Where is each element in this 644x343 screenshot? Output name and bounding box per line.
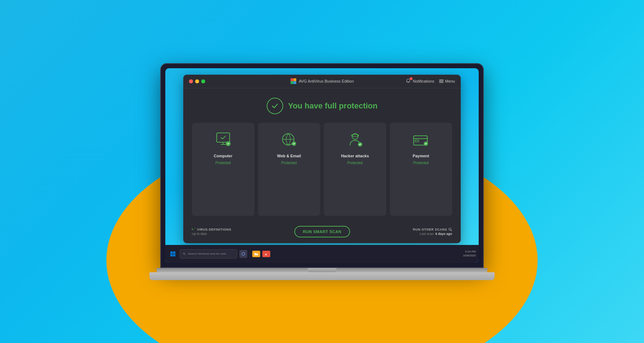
taskbar-time-display: 5:24 PM [463, 250, 476, 254]
payment-card[interactable]: Payment Protected [390, 123, 452, 216]
hacker-attacks-card[interactable]: Hacker attacks Protected [324, 123, 386, 216]
protection-check-circle [267, 98, 283, 114]
titlebar-center: AVG AntiVirus Business Edition [290, 78, 354, 84]
protection-cards-grid: Computer Protected [192, 123, 452, 216]
svg-rect-0 [290, 78, 293, 81]
protection-headline: You have full protection [288, 101, 378, 111]
svg-rect-23 [170, 254, 173, 256]
taskbar-cortana-icon[interactable] [239, 250, 247, 258]
web-email-card-icon [278, 129, 300, 151]
search-icon [448, 228, 452, 231]
laptop-base [150, 272, 494, 280]
minimize-button[interactable] [195, 79, 199, 83]
titlebar: AVG AntiVirus Business Edition [183, 75, 461, 88]
svg-rect-2 [290, 81, 293, 84]
menu-label: Menu [445, 79, 455, 83]
windows-start-button[interactable] [168, 249, 178, 259]
virus-def-label: VIRUS DEFINITIONS [197, 228, 231, 231]
hacker-card-status: Protected [347, 161, 363, 165]
traffic-lights [189, 79, 205, 83]
hacker-card-icon [344, 129, 366, 151]
maximize-button[interactable] [201, 79, 205, 83]
notifications-button[interactable]: 1 Notifications [406, 78, 434, 84]
app-content: You have full protection [183, 88, 461, 243]
laptop-camera-notch [308, 268, 336, 272]
notifications-label: Notifications [413, 79, 434, 83]
svg-line-20 [451, 230, 452, 231]
virus-def-title-row: VIRUS DEFINITIONS [192, 228, 231, 231]
protection-status: You have full protection [192, 96, 452, 114]
svg-rect-17 [415, 140, 419, 142]
web-email-card-status: Protected [281, 161, 297, 165]
taskbar-date-display: 10/8/2020 [463, 254, 476, 258]
taskbar-clock: 5:24 PM 10/8/2020 [463, 250, 476, 258]
run-smart-scan-button[interactable]: RUN SMART SCAN [294, 226, 350, 237]
bell-icon: 1 [406, 78, 411, 84]
svg-point-27 [242, 252, 245, 255]
titlebar-right-controls: 1 Notifications [406, 78, 455, 84]
payment-card-status: Protected [413, 161, 429, 165]
svg-rect-22 [173, 251, 176, 254]
svg-rect-3 [293, 81, 296, 84]
avg-logo-icon [290, 78, 296, 84]
computer-card-icon [212, 129, 234, 151]
other-scans-label: RUN OTHER SCANS [413, 228, 447, 231]
laptop-wrapper: AVG AntiVirus Business Edition [160, 63, 484, 280]
folder-icon [254, 252, 258, 256]
notification-badge: 1 [410, 77, 413, 80]
avg-taskbar-icon[interactable]: A [262, 251, 270, 257]
computer-card-status: Protected [215, 161, 231, 165]
web-email-card[interactable]: Web & Email Protected [258, 123, 321, 216]
virus-def-status: Up to date [192, 232, 231, 236]
other-scans-title-row: RUN OTHER SCANS [413, 228, 452, 231]
svg-rect-7 [217, 133, 230, 142]
payment-card-icon [410, 129, 432, 151]
laptop-screen-inner: AVG AntiVirus Business Edition [165, 68, 479, 263]
bottom-bar: VIRUS DEFINITIONS Up to date RUN SMART S… [192, 222, 452, 237]
scene: AVG AntiVirus Business Edition [0, 0, 644, 343]
circle-icon [241, 252, 245, 256]
svg-rect-24 [173, 254, 176, 256]
close-button[interactable] [189, 79, 193, 83]
hamburger-icon [439, 79, 443, 83]
windows-taskbar: Search Windows and the web [165, 245, 479, 263]
svg-point-25 [183, 253, 185, 254]
payment-card-title: Payment [413, 154, 429, 158]
taskbar-pinned-icons: A [252, 251, 270, 257]
avg-small-icon: A [264, 252, 268, 256]
other-scans: RUN OTHER SCANS Last scan: 6 days ago [413, 228, 452, 236]
avg-app-window: AVG AntiVirus Business Edition [183, 75, 461, 243]
checkmark-icon [271, 102, 279, 110]
svg-rect-21 [170, 251, 173, 254]
laptop-hinge [157, 268, 487, 272]
taskbar-search-icon [183, 252, 186, 255]
laptop-screen-outer: AVG AntiVirus Business Edition [160, 63, 484, 268]
hacker-card-title: Hacker attacks [341, 154, 369, 158]
web-email-card-title: Web & Email [277, 154, 301, 158]
computer-card-title: Computer [214, 154, 233, 158]
taskbar-search-text: Search Windows and the web [188, 252, 226, 255]
svg-text:A: A [265, 253, 267, 256]
last-scan-info: Last scan: 6 days ago [413, 232, 452, 236]
taskbar-right-area: 5:24 PM 10/8/2020 [463, 250, 476, 258]
svg-rect-1 [293, 78, 296, 81]
file-explorer-icon[interactable] [252, 251, 260, 257]
menu-button[interactable]: Menu [439, 79, 455, 83]
refresh-icon [192, 228, 196, 231]
svg-line-26 [185, 254, 185, 255]
app-title: AVG AntiVirus Business Edition [299, 79, 354, 83]
computer-card[interactable]: Computer Protected [192, 123, 254, 216]
virus-definitions: VIRUS DEFINITIONS Up to date [192, 228, 231, 236]
taskbar-search-box[interactable]: Search Windows and the web [180, 249, 237, 259]
windows-logo-icon [170, 251, 176, 257]
